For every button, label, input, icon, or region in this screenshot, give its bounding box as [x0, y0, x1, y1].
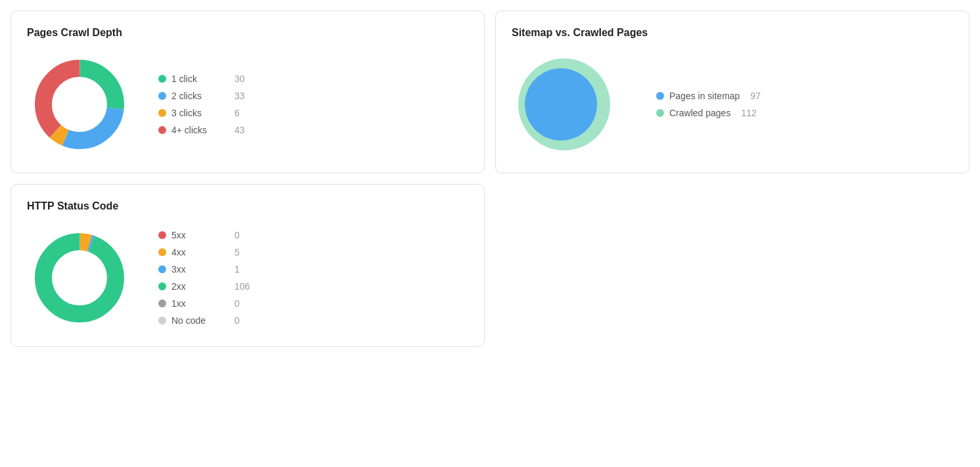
- legend-label: 1xx: [171, 298, 224, 309]
- legend-dot: [158, 317, 166, 324]
- legend-value: 112: [741, 108, 756, 118]
- legend-item: 4xx 5: [158, 247, 250, 257]
- crawl-depth-chart-area: 1 click 30 2 clicks 33 3 clicks 6 4+ cli…: [27, 52, 468, 157]
- http-status-title: HTTP Status Code: [27, 200, 468, 212]
- legend-item: 2xx 106: [158, 281, 250, 292]
- legend-label: 4xx: [171, 247, 224, 257]
- legend-item: 2 clicks 33: [158, 91, 245, 101]
- crawl-depth-card: Pages Crawl Depth 1 click: [11, 11, 485, 173]
- legend-value: 5: [234, 247, 240, 257]
- legend-label: 4+ clicks: [171, 125, 224, 135]
- sitemap-circle: [525, 68, 597, 141]
- legend-label: 2 clicks: [171, 91, 224, 101]
- legend-dot: [158, 109, 166, 117]
- legend-dot: [158, 265, 166, 273]
- legend-value: 30: [234, 74, 245, 84]
- sitemap-chart-area: Pages in sitemap 97 Crawled pages 112: [512, 52, 953, 157]
- legend-dot: [656, 92, 664, 100]
- legend-value: 0: [234, 230, 240, 240]
- legend-value: 33: [234, 91, 245, 101]
- http-status-donut: [27, 225, 132, 330]
- legend-item: 3xx 1: [158, 264, 250, 275]
- legend-value: 0: [234, 315, 240, 326]
- legend-dot: [158, 75, 166, 83]
- http-status-card: HTTP Status Code: [11, 184, 485, 347]
- legend-dot: [158, 282, 166, 290]
- crawl-depth-title: Pages Crawl Depth: [27, 27, 468, 39]
- legend-dot: [158, 231, 166, 239]
- legend-dot: [158, 300, 166, 307]
- http-status-svg: [27, 225, 132, 330]
- legend-item: Crawled pages 112: [656, 108, 761, 118]
- sitemap-title: Sitemap vs. Crawled Pages: [512, 27, 953, 39]
- http-status-legend: 5xx 0 4xx 5 3xx 1 2xx 106 1xx 0 No code …: [158, 230, 250, 326]
- crawl-depth-donut: [27, 52, 132, 157]
- legend-label: 1 click: [171, 74, 224, 84]
- legend-dot: [158, 248, 166, 256]
- legend-value: 43: [234, 125, 245, 135]
- legend-label: 5xx: [171, 230, 224, 240]
- legend-item: 1xx 0: [158, 298, 250, 309]
- legend-item: No code 0: [158, 315, 250, 326]
- legend-item: 1 click 30: [158, 74, 245, 84]
- dashboard-grid: Pages Crawl Depth 1 click: [11, 11, 969, 347]
- legend-value: 6: [234, 108, 240, 118]
- sitemap-card: Sitemap vs. Crawled Pages Pages in sitem…: [495, 11, 969, 173]
- crawl-depth-legend: 1 click 30 2 clicks 33 3 clicks 6 4+ cli…: [158, 74, 245, 135]
- legend-item: 3 clicks 6: [158, 108, 245, 118]
- legend-value: 0: [234, 298, 240, 309]
- legend-label: Pages in sitemap: [669, 91, 740, 101]
- legend-item: Pages in sitemap 97: [656, 91, 761, 101]
- sitemap-bubbles: [512, 52, 617, 157]
- legend-label: 3xx: [171, 264, 224, 275]
- legend-value: 1: [234, 264, 240, 275]
- legend-item: 5xx 0: [158, 230, 250, 240]
- legend-value: 97: [750, 91, 761, 101]
- legend-label: No code: [171, 315, 224, 326]
- crawl-depth-svg: [27, 52, 132, 157]
- sitemap-legend: Pages in sitemap 97 Crawled pages 112: [656, 91, 761, 118]
- http-segment-2xx: [43, 242, 116, 314]
- legend-dot: [158, 126, 166, 134]
- legend-item: 4+ clicks 43: [158, 125, 245, 135]
- legend-label: 2xx: [171, 281, 224, 292]
- legend-dot: [656, 109, 664, 117]
- http-status-chart-area: 5xx 0 4xx 5 3xx 1 2xx 106 1xx 0 No code …: [27, 225, 468, 330]
- legend-label: 3 clicks: [171, 108, 224, 118]
- legend-value: 106: [234, 281, 250, 292]
- legend-dot: [158, 92, 166, 100]
- legend-label: Crawled pages: [669, 108, 730, 118]
